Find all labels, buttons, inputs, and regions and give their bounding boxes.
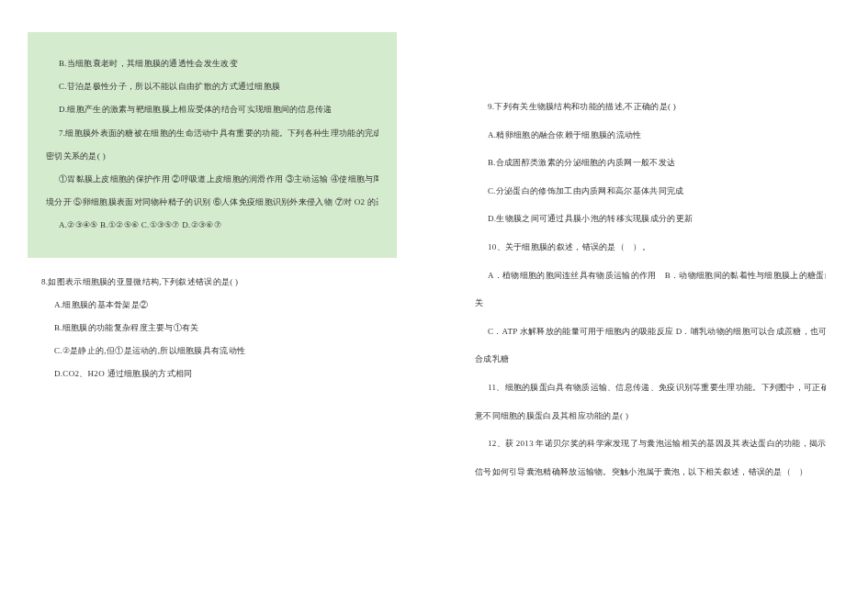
question-9-stem: 9.下列有关生物膜结构和功能的描述,不正确的是( ) <box>475 93 826 121</box>
q10-ab-cont: 关 <box>475 289 826 318</box>
question-7-items-1: ①胃黏膜上皮细胞的保护作用 ②呼吸道上皮细胞的润滑作用 ③主动运输 ④使细胞与周… <box>46 168 378 191</box>
left-column: B.当细胞衰老时，其细胞膜的通透性会发生改变 C.苷泊是极性分子，所以不能以自由… <box>0 0 434 614</box>
question-11-stem-1: 11、细胞的膜蛋白具有物质运输、信息传递、免疫识别等重要生理功能。下列图中，可正… <box>475 374 826 402</box>
question-12-stem-1: 12、获 2013 年诺贝尔奖的科学家发现了与囊泡运输相关的基因及其表达蛋白的功… <box>475 430 826 458</box>
right-column: 9.下列有关生物膜结构和功能的描述,不正确的是( ) A.精卵细胞的融合依赖于细… <box>434 0 867 614</box>
question-10-stem: 10、关于细胞膜的叙述，错误的是（ ）。 <box>475 233 826 262</box>
spacer <box>41 258 392 271</box>
option-c-q6: C.苷泊是极性分子，所以不能以自由扩散的方式通过细胞膜 <box>46 75 378 98</box>
q8-option-a: A.细胞膜的基本骨架是② <box>41 294 392 317</box>
q9-option-c: C.分泌蛋白的修饰加工由内质网和高尔基体共同完成 <box>475 177 826 206</box>
question-8-stem: 8.如图表示细胞膜的亚显微结构,下列叙述错误的是( ) <box>41 271 392 294</box>
question-12-stem-2: 信号如何引导囊泡精确释放运输物。突触小泡属于囊泡，以下相关叙述，错误的是（ ） <box>475 458 826 486</box>
q9-option-d: D.生物膜之间可通过具膜小泡的转移实现膜成分的更新 <box>475 205 826 233</box>
q9-option-b: B.合成固醇类激素的分泌细胞的内质网一般不发达 <box>475 149 826 177</box>
q9-option-a: A.精卵细胞的融合依赖于细胞膜的流动性 <box>475 121 826 150</box>
question-7-options: A.②③④⑤ B.①②⑤⑥ C.①③⑤⑦ D.②③⑥⑦ <box>46 214 378 237</box>
q8-option-c: C.②是静止的,但①是运动的,所以细胞膜具有流动性 <box>41 340 392 363</box>
q10-cd: C．ATP 水解释放的能量可用于细胞内的吸能反应 D．哺乳动物的细胞可以合成蔗糖… <box>475 318 826 346</box>
question-7-stem-1: 7.细胞膜外表面的糖被在细胞的生命活动中具有重要的功能。下列各种生理功能的完成，… <box>46 122 378 145</box>
question-7-items-2: 境分开 ⑤卵细胞膜表面对同物种精子的识别 ⑥人体免疫细胞识别外来侵入物 ⑦对 O… <box>46 191 378 214</box>
q10-ab: A．植物细胞的胞间连丝具有物质运输的作用 B．动物细胞间的黏着性与细胞膜上的糖蛋… <box>475 262 826 290</box>
question-7-stem-2: 密切关系的是( ) <box>46 145 378 168</box>
option-d-q6: D.细胞产生的激素与靶细胞膜上相应受体的结合可实现细胞间的信息传递 <box>46 98 378 121</box>
top-spacer <box>475 41 826 93</box>
document-page: B.当细胞衰老时，其细胞膜的通透性会发生改变 C.苷泊是极性分子，所以不能以自由… <box>0 0 868 614</box>
q8-option-b: B.细胞膜的功能复杂程度主要与①有关 <box>41 317 392 340</box>
q10-cd-cont: 合成乳糖 <box>475 345 826 374</box>
q8-option-d: D.CO2、H2O 通过细胞膜的方式相同 <box>41 363 392 385</box>
highlighted-block: B.当细胞衰老时，其细胞膜的通透性会发生改变 C.苷泊是极性分子，所以不能以自由… <box>28 32 397 258</box>
option-b-q6: B.当细胞衰老时，其细胞膜的通透性会发生改变 <box>46 52 378 75</box>
question-11-stem-2: 意不同细胞的膜蛋白及其相应功能的是( ) <box>475 402 826 430</box>
